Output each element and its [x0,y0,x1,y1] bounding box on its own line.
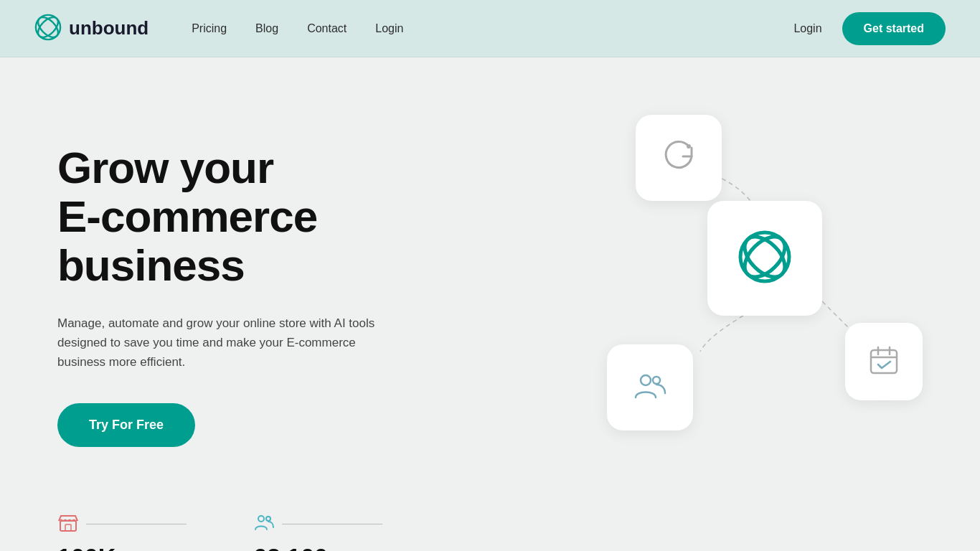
users-icon [631,367,669,408]
stat-owners-icon-row [57,512,196,536]
logo-icon [34,14,62,44]
refresh-icon [660,138,697,178]
users-card [607,344,693,430]
svg-rect-4 [65,524,71,531]
calendar-card [845,323,923,400]
stat-owners-number: 100K+ [57,543,196,551]
nav-right: Login Get started [793,12,946,45]
svg-point-10 [738,230,792,284]
login-link[interactable]: Login [793,22,821,35]
hero-title: Grow your E-commerce business [57,143,387,291]
svg-rect-3 [60,521,76,531]
hero-illustration [564,100,937,517]
try-free-button[interactable]: Try For Free [57,403,195,447]
calendar-icon [867,343,901,380]
stats-row: 100K+ Business owners already using [57,490,387,551]
hero-subtitle: Manage, automate and grow your online st… [57,314,387,372]
get-started-button[interactable]: Get started [842,12,946,45]
nav-login[interactable]: Login [375,22,403,35]
nav-blog[interactable]: Blog [255,22,278,35]
team-icon [253,512,275,536]
svg-point-12 [653,377,660,384]
svg-point-2 [34,14,62,41]
svg-point-1 [34,14,62,41]
stat-hours-number: 62,100 [253,543,382,551]
stat-divider-2 [282,524,382,524]
stat-hours-icon-row [253,512,382,536]
stat-owners: 100K+ Business owners already using [57,512,196,551]
hero-content: Grow your E-commerce business Manage, au… [57,100,387,551]
logo-card-main [707,201,822,316]
svg-point-7 [687,144,691,149]
stat-divider [86,524,187,524]
navbar: unbound Pricing Blog Contact Login Login… [0,0,980,57]
refresh-card [636,115,722,201]
store-icon [57,512,79,536]
nav-links: Pricing Blog Contact Login [192,22,793,35]
svg-rect-13 [871,350,897,373]
logo-text: unbound [69,17,149,39]
hero-section: Grow your E-commerce business Manage, au… [0,57,980,551]
svg-point-5 [258,516,264,522]
logo-area[interactable]: unbound [34,14,149,44]
nav-pricing[interactable]: Pricing [192,22,227,35]
svg-point-6 [266,517,270,521]
nav-contact[interactable]: Contact [307,22,347,35]
stat-hours: 62,100 Hours saved by teams and [253,512,382,551]
svg-point-11 [641,375,651,385]
logo-icon-main [736,228,793,288]
